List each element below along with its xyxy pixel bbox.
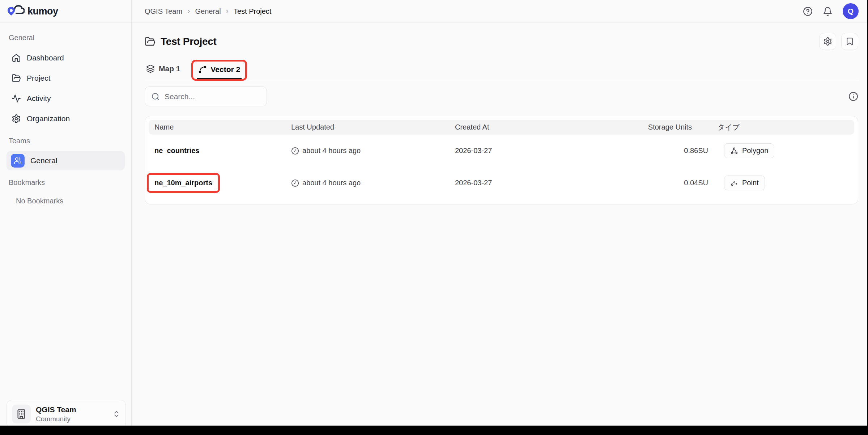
table-row[interactable]: ne_countries about 4 hours ago 2026-03-2… bbox=[149, 135, 854, 167]
chevron-right-icon: › bbox=[226, 7, 229, 16]
breadcrumb-team[interactable]: QGIS Team bbox=[145, 7, 182, 16]
annotation-box-row-name: ne_10m_airports bbox=[147, 173, 220, 193]
sidebar-item-label: Activity bbox=[27, 94, 51, 103]
column-header-created-at: Created At bbox=[455, 123, 600, 131]
cell-storage: 0.86SU bbox=[600, 147, 708, 155]
app-window: kumoy General Dashboard Project Ac bbox=[0, 0, 868, 426]
brand-name: kumoy bbox=[27, 6, 58, 17]
point-icon bbox=[730, 179, 738, 187]
building-icon bbox=[12, 405, 31, 423]
sidebar-item-dashboard[interactable]: Dashboard bbox=[7, 48, 125, 68]
clock-icon bbox=[291, 147, 299, 155]
sidebar-item-label: Dashboard bbox=[27, 54, 64, 62]
cell-name[interactable]: ne_10m_airports bbox=[154, 179, 212, 187]
cell-last-updated: about 4 hours ago bbox=[302, 147, 361, 155]
cell-type-label: Point bbox=[742, 179, 759, 187]
sidebar-item-label: Project bbox=[27, 74, 50, 83]
table-row[interactable]: ne_10m_airports about 4 hours ago 2026-0… bbox=[149, 167, 854, 199]
folder-open-icon bbox=[12, 73, 21, 83]
geometry-type-badge: Point bbox=[724, 176, 765, 190]
bookmark-button[interactable] bbox=[841, 33, 858, 50]
breadcrumb-current: Test Project bbox=[234, 7, 271, 16]
tab-label: Vector 2 bbox=[211, 65, 241, 74]
brand-logo[interactable]: kumoy bbox=[0, 0, 131, 23]
column-header-name: Name bbox=[149, 123, 291, 131]
project-settings-button[interactable] bbox=[819, 33, 836, 50]
tab-bar: Map 1 Vector 2 bbox=[145, 58, 858, 79]
column-header-storage: Storage Units bbox=[600, 123, 708, 131]
tab-map-1[interactable]: Map 1 bbox=[145, 61, 182, 79]
tab-vector-2[interactable]: Vector 2 bbox=[197, 62, 242, 79]
main-area: QGIS Team › General › Test Project Q bbox=[132, 0, 868, 426]
cell-created-at: 2026-03-27 bbox=[455, 179, 600, 187]
gear-icon bbox=[12, 114, 21, 123]
cell-last-updated: about 4 hours ago bbox=[302, 179, 361, 187]
sidebar-item-organization[interactable]: Organization bbox=[7, 109, 125, 129]
cell-type-label: Polygon bbox=[742, 147, 768, 155]
cell-storage: 0.04SU bbox=[600, 179, 708, 187]
sidebar-item-project[interactable]: Project bbox=[7, 68, 125, 88]
users-icon bbox=[11, 154, 25, 168]
topbar: QGIS Team › General › Test Project Q bbox=[132, 0, 868, 23]
sidebar-item-team-general[interactable]: General bbox=[7, 151, 125, 170]
folder-open-icon bbox=[145, 36, 156, 47]
letterbox-bottom bbox=[0, 426, 868, 435]
page-title: Test Project bbox=[161, 36, 217, 47]
sidebar: kumoy General Dashboard Project Ac bbox=[0, 0, 132, 426]
clock-icon bbox=[291, 179, 299, 187]
layers-table: Name Last Updated Created At Storage Uni… bbox=[145, 116, 858, 204]
team-switcher[interactable]: QGIS Team Community bbox=[7, 400, 126, 428]
cloud-pin-logo-icon bbox=[7, 4, 25, 18]
breadcrumb-group[interactable]: General bbox=[195, 7, 221, 16]
sidebar-item-activity[interactable]: Activity bbox=[7, 88, 125, 109]
geometry-type-badge: Polygon bbox=[724, 143, 774, 158]
sidebar-section-teams: Teams bbox=[9, 137, 123, 145]
team-switcher-plan: Community bbox=[36, 415, 76, 423]
search-box bbox=[145, 86, 267, 106]
table-header-row: Name Last Updated Created At Storage Uni… bbox=[149, 120, 854, 135]
polygon-icon bbox=[730, 147, 738, 155]
gear-icon bbox=[823, 37, 832, 46]
chevron-right-icon: › bbox=[187, 7, 190, 16]
search-icon bbox=[151, 92, 160, 101]
activity-icon bbox=[12, 94, 21, 103]
tab-label: Map 1 bbox=[159, 64, 180, 73]
sidebar-section-general: General bbox=[9, 34, 123, 42]
sidebar-section-bookmarks: Bookmarks bbox=[9, 178, 123, 187]
bookmark-icon bbox=[845, 37, 854, 46]
column-header-type: タイプ bbox=[708, 122, 854, 132]
spline-icon bbox=[198, 65, 207, 74]
sidebar-item-label: General bbox=[30, 156, 58, 165]
cell-name[interactable]: ne_countries bbox=[149, 147, 291, 155]
team-switcher-name: QGIS Team bbox=[36, 405, 76, 414]
sidebar-item-label: Organization bbox=[27, 114, 70, 123]
layers-icon bbox=[146, 64, 155, 73]
home-icon bbox=[12, 53, 21, 63]
chevrons-up-down-icon bbox=[112, 410, 120, 418]
bell-icon[interactable] bbox=[823, 7, 833, 16]
avatar[interactable]: Q bbox=[843, 3, 859, 19]
breadcrumb: QGIS Team › General › Test Project bbox=[145, 7, 271, 16]
bookmarks-empty-text: No Bookmarks bbox=[7, 193, 125, 210]
content: Test Project bbox=[132, 23, 868, 204]
cell-created-at: 2026-03-27 bbox=[455, 147, 600, 155]
help-circle-icon[interactable] bbox=[803, 7, 813, 16]
annotation-box-vector-tab: Vector 2 bbox=[191, 60, 247, 81]
column-header-last-updated: Last Updated bbox=[291, 123, 455, 131]
info-icon[interactable] bbox=[848, 92, 858, 101]
search-input[interactable] bbox=[165, 92, 263, 101]
